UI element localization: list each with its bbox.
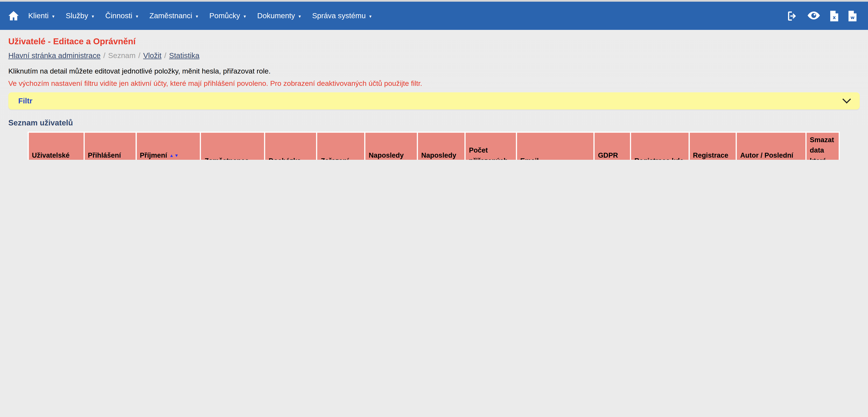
nav-item-dokumenty[interactable]: Dokumenty▼ [257, 12, 302, 20]
breadcrumb: Hlavní stránka administrace/Seznam/Vloži… [8, 51, 860, 60]
nav-item-zamestnanci[interactable]: Zaměstnanci▼ [149, 12, 199, 20]
col-header-login-allowed: Přihlášení povoleno▲▼ [84, 132, 136, 160]
sort-icon[interactable]: ▲▼ [251, 159, 261, 160]
excel-file-icon[interactable]: x [830, 10, 839, 21]
chevron-down-icon: ▼ [135, 13, 139, 18]
nav-item-cinnosti[interactable]: Činnosti▼ [105, 12, 139, 20]
nav-item-pomucky[interactable]: Pomůcky▼ [209, 12, 247, 20]
main-navbar: Klienti▼ Služby▼ Činnosti▼ Zaměstnanci▼ … [0, 2, 868, 30]
sort-icon[interactable]: ▲▼ [541, 159, 551, 160]
nav-item-sluzby[interactable]: Služby▼ [66, 12, 95, 20]
users-table: Uživatelské jméno▲▼ Přihlášení povoleno▲… [8, 132, 860, 160]
nav-item-sprava-systemu[interactable]: Správa systému▼ [312, 12, 372, 20]
sort-icon[interactable]: ▲▼ [303, 159, 313, 160]
svg-text:x: x [833, 14, 836, 20]
svg-text:w: w [850, 15, 855, 20]
breadcrumb-current: Seznam [108, 51, 135, 60]
top-edge [0, 0, 868, 2]
filter-accordion[interactable]: Filtr [8, 92, 860, 109]
sort-icon[interactable]: ▲▼ [351, 159, 361, 160]
chevron-down-icon [842, 95, 851, 104]
word-file-icon[interactable]: w [848, 10, 857, 21]
col-header-attendance: Docházka▲▼ [265, 132, 317, 160]
chevron-down-icon: ▼ [368, 13, 372, 18]
chevron-down-icon: ▼ [195, 13, 199, 18]
chevron-down-icon: ▼ [91, 13, 95, 18]
chevron-down-icon: ▼ [298, 13, 302, 18]
chevron-down-icon: ▼ [243, 13, 247, 18]
list-heading: Seznam uživatelů [8, 118, 860, 127]
table-header-row: Uživatelské jméno▲▼ Přihlášení povoleno▲… [8, 132, 860, 160]
page: Klienti▼ Služby▼ Činnosti▼ Zaměstnanci▼ … [0, 0, 868, 160]
breadcrumb-link-admin-home[interactable]: Hlavní stránka administrace [8, 51, 100, 60]
col-header-registration-where: Registrace kde [630, 132, 689, 160]
col-header-last-login: Naposledy přihlášen▲▼ [365, 132, 417, 160]
col-header-last-active: Naposledy aktivní▲▼ [417, 132, 465, 160]
col-header-author: Autor / Poslední úprava [736, 132, 806, 160]
col-header-email: Email▲▼ [516, 132, 594, 160]
breadcrumb-link-vlozit[interactable]: Vložit [143, 51, 161, 60]
filter-label: Filtr [18, 97, 32, 105]
col-header-placement: Zařazení▲▼ [317, 132, 365, 160]
col-header-registration-when: Registrace kdy▲▼ [689, 132, 736, 160]
breadcrumb-link-statistika[interactable]: Statistika [169, 51, 199, 60]
eye-icon[interactable] [807, 11, 820, 21]
col-header-surname-name: Příjmení▲▼ Jméno▲▼ [136, 132, 201, 160]
page-title: Uživatelé - Editace a Oprávnění [8, 36, 860, 46]
col-header-username: Uživatelské jméno▲▼ [28, 132, 84, 160]
sort-icon[interactable]: ▲▼ [169, 153, 179, 158]
nav-item-klienti[interactable]: Klienti▼ [28, 12, 55, 20]
home-icon[interactable] [8, 10, 20, 22]
filter-warning-text: Ve výchozím nastavení filtru vidíte jen … [8, 79, 860, 87]
intro-text: Kliknutím na detail můžete editovat jedn… [8, 67, 860, 75]
col-header-employee: Zaměstnanec▲▼ [201, 132, 265, 160]
col-header-gdpr: GDPR reg/mail [594, 132, 631, 160]
chevron-down-icon: ▼ [51, 13, 55, 18]
logout-icon[interactable] [785, 10, 798, 22]
col-header-role-count: Počet přiřazených rolí [465, 132, 517, 160]
col-header-delete-data: Smazat data která uživatel vložil? [806, 132, 839, 160]
